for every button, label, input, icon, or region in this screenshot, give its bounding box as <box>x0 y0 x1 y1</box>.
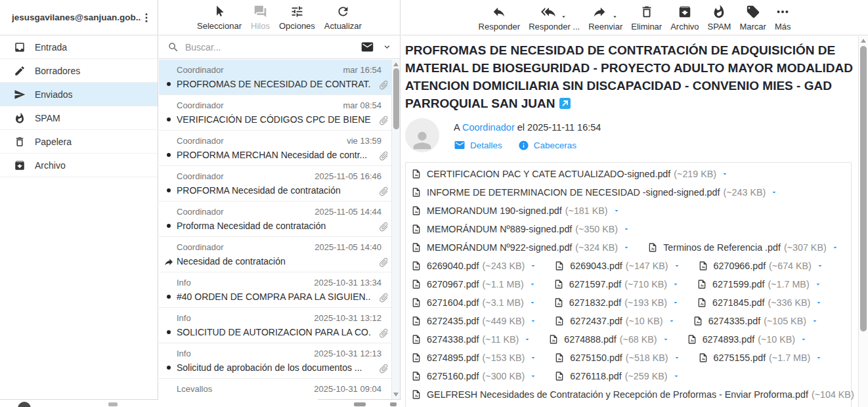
dropdown-caret-icon[interactable] <box>560 13 567 20</box>
message-row[interactable]: Lcevallos 2025-10-31 09:04 <box>159 379 400 399</box>
search-input[interactable] <box>185 42 355 53</box>
attachment-menu-caret-icon[interactable] <box>672 280 680 288</box>
attachment-item[interactable]: 6272435.pdf (~449 KB) <box>411 312 537 330</box>
attachment-item[interactable]: 6270966.pdf (~674 KB) <box>698 257 824 275</box>
attachment-item[interactable]: 6276118.pdf (~259 KB) <box>554 367 680 385</box>
message-row[interactable]: Coordinador 2025-11-05 16:46 PROFORMA Ne… <box>159 166 400 202</box>
message-toolbar-button[interactable]: Responder ... <box>529 5 580 32</box>
scroll-up-arrow[interactable] <box>861 39 866 43</box>
list-toolbar-button[interactable]: Seleccionar <box>197 5 242 31</box>
sidebar-folder[interactable]: SPAM <box>0 106 158 130</box>
attachment-menu-caret-icon[interactable] <box>668 317 676 325</box>
attachment-item[interactable]: 6274335.pdf (~105 KB) <box>693 312 819 330</box>
attachment-item[interactable]: 6272437.pdf (~10 KB) <box>554 312 675 330</box>
attachment-item[interactable]: Terminos de Referencia .pdf (~307 KB) <box>647 238 839 257</box>
attachment-menu-caret-icon[interactable] <box>672 299 680 307</box>
attachment-menu-caret-icon[interactable] <box>523 335 531 343</box>
attachment-item[interactable]: 6275150.pdf (~518 KB) <box>554 349 680 367</box>
attachment-menu-caret-icon[interactable] <box>816 262 824 270</box>
dropdown-caret-icon[interactable] <box>611 13 618 20</box>
attachment-item[interactable]: 6271597.pdf (~710 KB) <box>553 275 680 293</box>
attachment-item[interactable]: 6270967.pdf (~1.1 MB) <box>411 275 536 293</box>
attachment-menu-caret-icon[interactable] <box>673 354 681 362</box>
attachment-menu-caret-icon[interactable] <box>815 299 823 307</box>
list-toolbar-button[interactable]: Opciones <box>279 5 315 31</box>
message-toolbar-button[interactable]: Marcar <box>739 5 766 32</box>
recipient-link[interactable]: Coordinador <box>462 122 515 133</box>
attachment-item[interactable]: 6271845.pdf (~336 KB) <box>697 293 823 312</box>
attachment-menu-caret-icon[interactable] <box>815 354 823 362</box>
message-row[interactable]: Coordinador mar 08:54 VERIFICACIÓN DE CÓ… <box>159 95 400 131</box>
attachment-item[interactable]: MEMORÁNDUM Nº889-signed.pdf (~350 KB) <box>411 220 630 238</box>
attachment-item[interactable]: 6274888.pdf (~68 KB) <box>548 330 669 349</box>
attachment-item[interactable]: 6274895.pdf (~153 KB) <box>411 349 537 367</box>
attachment-menu-caret-icon[interactable] <box>721 170 729 178</box>
attachment-item[interactable]: CERTIFICACION PAC Y CATE ACTUALIZADO-sig… <box>411 165 729 183</box>
attachment-menu-caret-icon[interactable] <box>770 188 778 196</box>
mail-filter-icon[interactable] <box>360 40 374 54</box>
attachment-item[interactable]: INFORME DE DETERMINACION DE NECESIDAD -s… <box>411 183 778 202</box>
attachment-item[interactable]: 6274893.pdf (~10 KB) <box>687 330 808 349</box>
message-view-scrollbar[interactable] <box>858 36 868 407</box>
attachment-item[interactable]: 6275155.pdf (~1.7 MB) <box>698 349 823 367</box>
account-menu-icon[interactable] <box>141 12 152 24</box>
attachment-menu-caret-icon[interactable] <box>613 207 620 215</box>
attachment-item[interactable]: 6275160.pdf (~300 KB) <box>411 367 537 385</box>
attachment-menu-caret-icon[interactable] <box>662 335 670 343</box>
attachment-item[interactable]: 6269043.pdf (~147 KB) <box>554 257 680 275</box>
message-toolbar-button[interactable]: SPAM <box>708 5 731 32</box>
attachment-item[interactable]: IMPORFACTORY Necesidades de Contratación… <box>411 404 858 407</box>
attachment-menu-caret-icon[interactable] <box>800 335 808 343</box>
list-toolbar-button[interactable]: Actualizar <box>324 5 362 31</box>
scrollbar-thumb[interactable] <box>393 68 399 129</box>
sidebar-folder[interactable]: Papelera <box>0 130 158 154</box>
attachment-menu-caret-icon[interactable] <box>673 262 681 270</box>
attachment-menu-caret-icon[interactable] <box>529 262 537 270</box>
attachment-item[interactable]: 6274338.pdf (~11 KB) <box>411 330 531 349</box>
message-toolbar-button[interactable]: Más <box>775 5 791 32</box>
message-toolbar-button[interactable]: Eliminar <box>631 5 662 32</box>
scroll-down-arrow[interactable] <box>393 393 399 396</box>
message-row[interactable]: Info 2025-10-31 13:12 SOLICITUD DE AUTOR… <box>159 308 400 343</box>
sidebar-folder[interactable]: Entrada <box>0 35 158 59</box>
list-toolbar-button[interactable]: Hilos <box>251 5 270 31</box>
attachment-menu-caret-icon[interactable] <box>622 225 630 233</box>
attachment-menu-caret-icon[interactable] <box>529 280 536 288</box>
attachment-menu-caret-icon[interactable] <box>529 372 537 380</box>
sidebar-folder[interactable]: Enviados <box>0 83 158 106</box>
message-row[interactable]: Coordinador 2025-11-05 14:40 Necesidad d… <box>159 237 400 272</box>
attachment-item[interactable]: 6269040.pdf (~243 KB) <box>411 257 537 275</box>
message-row[interactable]: Coordinador vie 13:59 PROFORMA MERCHAN N… <box>159 131 400 166</box>
attachment-item[interactable]: GELFRESH Necesidades de Contratación y R… <box>411 385 858 404</box>
message-row[interactable]: Info 2025-10-31 12:13 Solicitud de aprob… <box>159 343 400 379</box>
attachment-item[interactable]: MEMORANDUM 190-signed.pdf (~181 KB) <box>411 202 620 220</box>
message-row[interactable]: Coordinador 2025-11-05 14:44 Proforma Ne… <box>159 202 400 237</box>
message-toolbar-button[interactable]: Reenviar <box>588 5 622 32</box>
sidebar-folder[interactable]: Borradores <box>0 59 158 83</box>
search-options-chevron-icon[interactable] <box>382 42 392 52</box>
attachment-menu-caret-icon[interactable] <box>831 244 839 251</box>
scroll-up-arrow[interactable] <box>393 62 399 66</box>
message-row[interactable]: Info 2025-10-31 13:34 #40 ORDEN DE COMPR… <box>159 272 400 308</box>
message-list-scrollbar[interactable] <box>391 60 400 399</box>
headers-link[interactable]: Cabeceras <box>518 140 576 151</box>
user-avatar-icon[interactable] <box>18 402 31 407</box>
attachment-item[interactable]: 6271604.pdf (~3.1 MB) <box>411 293 536 312</box>
details-link[interactable]: Detalles <box>454 139 502 151</box>
open-in-new-window-icon[interactable] <box>559 98 571 109</box>
attachment-item[interactable]: MEMORÁNDUM Nº922-signed.pdf (~324 KB) <box>411 238 630 257</box>
attachment-menu-caret-icon[interactable] <box>672 372 680 380</box>
attachment-menu-caret-icon[interactable] <box>529 317 537 325</box>
sidebar-folder[interactable]: Archivo <box>0 154 158 177</box>
message-row[interactable]: Coordinador mar 16:54 PROFROMAS DE NECES… <box>159 60 400 95</box>
attachment-menu-caret-icon[interactable] <box>529 354 537 362</box>
scrollbar-thumb[interactable] <box>860 46 867 332</box>
message-toolbar-button[interactable]: Archivo <box>670 5 699 32</box>
attachment-item[interactable]: 6271832.pdf (~193 KB) <box>553 293 680 312</box>
attachment-menu-caret-icon[interactable] <box>814 280 822 288</box>
attachment-menu-caret-icon[interactable] <box>622 244 630 251</box>
account-header[interactable]: jesusgavilanes@sanjuan.gob.... <box>0 0 158 35</box>
attachment-menu-caret-icon[interactable] <box>811 317 819 325</box>
attachment-menu-caret-icon[interactable] <box>529 299 536 307</box>
message-toolbar-button[interactable]: Responder <box>479 5 521 32</box>
